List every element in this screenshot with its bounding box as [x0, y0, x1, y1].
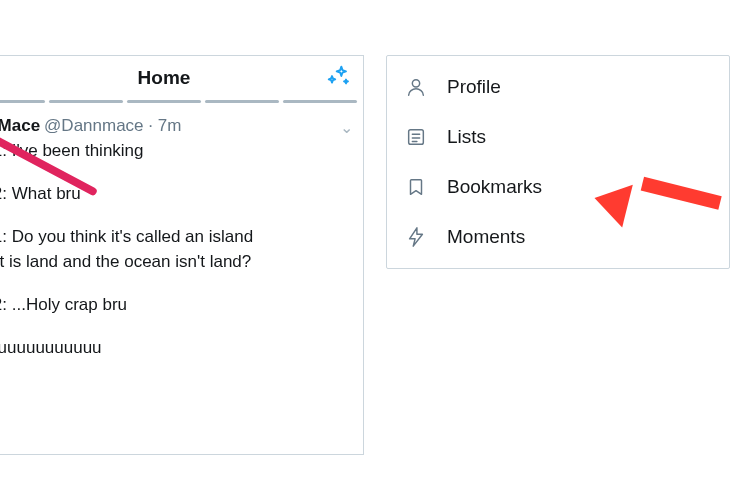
menu-item-label: Moments — [447, 226, 525, 248]
tab-segment[interactable] — [0, 100, 45, 103]
home-panel: Home an Mace @Dannmace · 7m ⌄ ru — [0, 55, 364, 455]
tweet-author-name: an Mace — [0, 115, 40, 138]
menu-item-label: Lists — [447, 126, 486, 148]
tweet-line: ru 2: ...Holy crap bru — [0, 294, 355, 317]
menu-item-lists[interactable]: Lists — [387, 112, 729, 162]
tweet-line: ruuuuuuuuuuuuu — [0, 337, 355, 360]
chevron-down-icon[interactable]: ⌄ — [340, 117, 353, 139]
side-menu: Profile Lists Bookmarks — [386, 55, 730, 269]
tweet-author-handle: @Dannmace · 7m — [44, 115, 181, 138]
tweet[interactable]: an Mace @Dannmace · 7m ⌄ ru 1: I've been… — [0, 111, 363, 360]
tweet-line: ru 1: Do you think it's called an island — [0, 226, 355, 249]
tweet-header: an Mace @Dannmace · 7m ⌄ — [0, 115, 355, 138]
feed-tabs[interactable] — [0, 100, 363, 111]
tweet-line: oz it is land and the ocean isn't land? — [0, 251, 355, 274]
tab-segment[interactable] — [205, 100, 279, 103]
page-title: Home — [138, 67, 191, 89]
tab-segment[interactable] — [49, 100, 123, 103]
home-header: Home — [0, 56, 363, 100]
menu-item-label: Profile — [447, 76, 501, 98]
moments-icon — [405, 226, 427, 248]
profile-icon — [405, 76, 427, 98]
tab-segment[interactable] — [283, 100, 357, 103]
menu-item-moments[interactable]: Moments — [387, 212, 729, 262]
svg-marker-5 — [410, 228, 423, 246]
lists-icon — [405, 126, 427, 148]
menu-item-profile[interactable]: Profile — [387, 62, 729, 112]
tweet-line: ru 2: What bru — [0, 183, 355, 206]
bookmark-icon — [405, 176, 427, 198]
tweet-line: ru 1: I've been thinking — [0, 140, 355, 163]
tab-segment[interactable] — [127, 100, 201, 103]
menu-item-label: Bookmarks — [447, 176, 542, 198]
sparkle-icon[interactable] — [325, 62, 353, 90]
svg-point-0 — [412, 80, 419, 87]
menu-item-bookmarks[interactable]: Bookmarks — [387, 162, 729, 212]
